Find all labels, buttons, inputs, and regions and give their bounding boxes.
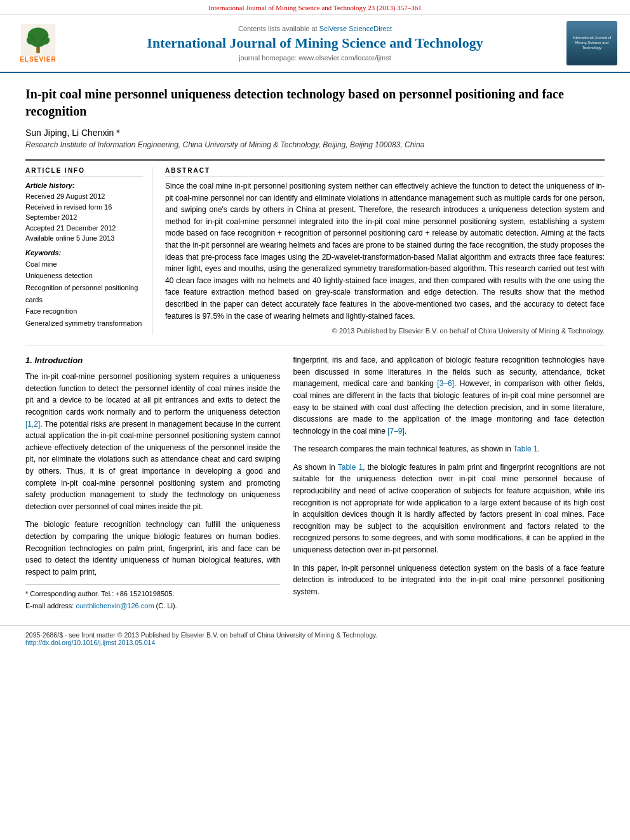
intro-paragraph-2: The biologic feature recognition technol…: [25, 519, 280, 578]
elsevier-tree-icon: [19, 24, 57, 56]
right-paragraph-1: fingerprint, iris and face, and applicat…: [293, 354, 605, 437]
doi-line: http://dx.doi.org/10.1016/j.ijmst.2013.0…: [25, 639, 605, 646]
copyright-line: © 2013 Published by Elsevier B.V. on beh…: [165, 327, 605, 335]
article-info-panel: ARTICLE INFO Article history: Received 2…: [25, 167, 152, 335]
sciverse-anchor[interactable]: SciVerse ScienceDirect: [319, 25, 392, 32]
article-history-title: Article history:: [25, 182, 143, 189]
authors: Sun Jiping, Li Chenxin *: [25, 128, 605, 138]
article-info-abstract: ARTICLE INFO Article history: Received 2…: [25, 167, 605, 335]
table1-link-2[interactable]: Table 1: [338, 463, 363, 472]
footnote-area: * Corresponding author. Tel.: +86 152101…: [25, 584, 280, 611]
received-date: Received 29 August 2012: [25, 191, 143, 202]
doi-link[interactable]: http://dx.doi.org/10.1016/j.ijmst.2013.0…: [25, 639, 155, 646]
journal-thumbnail: International Journal of Mining Science …: [566, 21, 617, 65]
keywords-list: Coal mine Uniqueness detection Recogniti…: [25, 258, 143, 330]
journal-thumb-label: International Journal of Mining Science …: [566, 33, 617, 53]
abstract-panel: ABSTRACT Since the coal mine in-pit pers…: [165, 167, 605, 335]
email-link[interactable]: cunthlichenxin@126.com: [76, 602, 154, 610]
paper-container: In-pit coal mine personnel uniqueness de…: [0, 73, 630, 625]
email-note: E-mail address: cunthlichenxin@126.com (…: [25, 601, 280, 611]
keyword-3: Recognition of personnel positioning car…: [25, 282, 143, 305]
divider-top: [25, 159, 605, 161]
right-paragraph-4: In this paper, in-pit personnel uniquene…: [293, 563, 605, 598]
article-info-heading: ARTICLE INFO: [25, 167, 143, 177]
bottom-bar: 2095-2686/$ - see front matter © 2013 Pu…: [0, 625, 630, 651]
right-paragraph-2: The research compares the main technical…: [293, 443, 605, 455]
ref-3-6[interactable]: [3–6]: [437, 379, 454, 388]
ref-1-2[interactable]: [1,2]: [25, 420, 40, 429]
elsevier-logo: ELSEVIER: [13, 24, 64, 63]
journal-citation: International Journal of Mining Science …: [0, 0, 630, 15]
table1-link[interactable]: Table 1: [513, 444, 538, 453]
right-column: fingerprint, iris and face, and applicat…: [293, 354, 605, 613]
journal-header: ELSEVIER Contents lists available at Sci…: [0, 15, 630, 73]
keywords-title: Keywords:: [25, 249, 143, 257]
divider-middle: [25, 345, 605, 345]
left-column: 1. Introduction The in-pit coal-mine per…: [25, 354, 280, 613]
abstract-text: Since the coal mine in-pit personnel pos…: [165, 180, 605, 322]
intro-paragraph-1: The in-pit coal-mine personnel positioni…: [25, 371, 280, 512]
journal-center: Contents lists available at SciVerse Sci…: [70, 25, 560, 62]
abstract-heading: ABSTRACT: [165, 167, 605, 177]
sciverse-link: Contents lists available at SciVerse Sci…: [70, 25, 560, 32]
journal-title: International Journal of Mining Science …: [70, 35, 560, 51]
journal-homepage: journal homepage: www.elsevier.com/locat…: [70, 54, 560, 62]
affiliation: Research Institute of Information Engine…: [25, 140, 605, 149]
right-paragraph-3: As shown in Table 1, the biologic featur…: [293, 462, 605, 556]
available-date: Available online 5 June 2013: [25, 233, 143, 244]
intro-section-title: 1. Introduction: [25, 354, 280, 367]
elsevier-brand-text: ELSEVIER: [20, 56, 56, 63]
keyword-4: Face recognition: [25, 305, 143, 317]
corresponding-author-note: * Corresponding author. Tel.: +86 152101…: [25, 589, 280, 599]
keyword-5: Generalized symmetry transformation: [25, 317, 143, 330]
keyword-2: Uniqueness detection: [25, 270, 143, 282]
main-content: 1. Introduction The in-pit coal-mine per…: [25, 354, 605, 613]
ref-7-9[interactable]: [7–9]: [387, 427, 405, 436]
paper-title: In-pit coal mine personnel uniqueness de…: [25, 86, 605, 120]
keyword-1: Coal mine: [25, 258, 143, 270]
accepted-date: Accepted 21 December 2012: [25, 223, 143, 234]
revised-date: Received in revised form 16 September 20…: [25, 202, 143, 223]
issn-line: 2095-2686/$ - see front matter © 2013 Pu…: [25, 631, 605, 639]
